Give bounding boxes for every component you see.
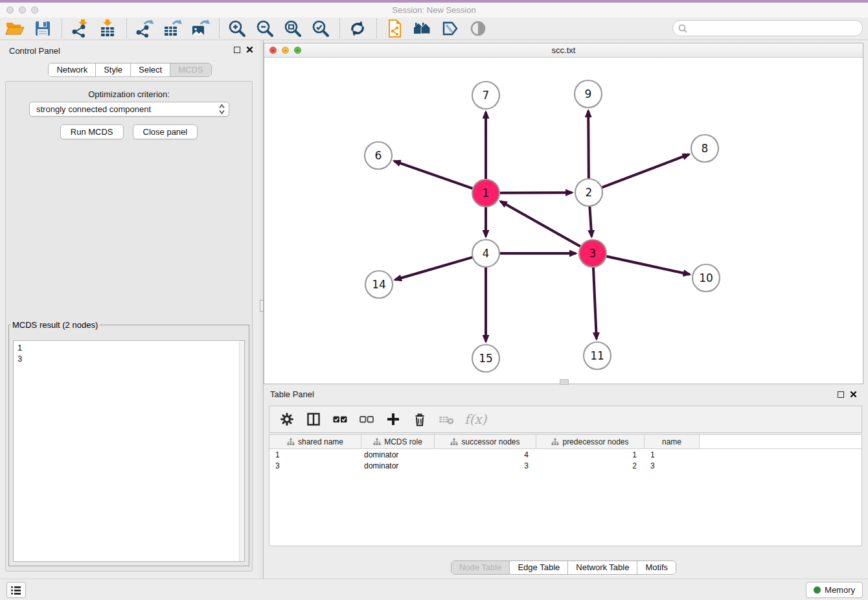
mcds-result-textarea[interactable]: 1 3 <box>13 340 245 562</box>
select-all-button[interactable] <box>332 411 348 428</box>
memory-status-icon <box>814 586 821 594</box>
hide-details-button[interactable] <box>466 18 490 39</box>
columns-icon <box>306 411 321 427</box>
cell-name: 3 <box>645 461 700 470</box>
import-table-button[interactable] <box>96 18 119 39</box>
network-view-window: × − + scc.txt 1234678910111415 <box>264 43 863 384</box>
cell-successor-nodes: 3 <box>435 461 536 470</box>
table-header-row: shared name MCDS role successor nodes pr… <box>269 435 862 449</box>
node-label: 3 <box>589 247 597 260</box>
tab-network-table[interactable]: Network Table <box>567 561 637 574</box>
import-network-button[interactable] <box>68 18 91 39</box>
column-type-icon <box>373 438 381 446</box>
toolbar-separator <box>219 19 220 38</box>
edge-4-14[interactable] <box>395 257 474 280</box>
create-column-button[interactable] <box>385 411 402 428</box>
memory-button[interactable]: Memory <box>806 582 863 598</box>
tab-network[interactable]: Network <box>49 63 95 76</box>
node-label: 4 <box>483 247 490 260</box>
show-columns-button[interactable] <box>305 411 322 428</box>
tab-style[interactable]: Style <box>95 63 130 76</box>
column-header-predecessor-nodes[interactable]: predecessor nodes <box>536 435 645 448</box>
close-panel-icon[interactable] <box>850 391 857 398</box>
float-panel-icon[interactable] <box>234 47 240 53</box>
export-network-button[interactable] <box>133 18 156 39</box>
save-session-button[interactable] <box>31 18 54 39</box>
node-label: 11 <box>590 349 604 362</box>
column-label: predecessor nodes <box>562 437 628 446</box>
export-image-button[interactable] <box>188 18 212 39</box>
tab-node-table[interactable]: Node Table <box>451 561 510 574</box>
result-scrollbar[interactable] <box>239 341 244 561</box>
optimization-criterion-label: Optimization criterion: <box>6 89 252 99</box>
network-graph[interactable]: 1234678910111415 <box>264 58 863 384</box>
search-icon <box>678 23 688 34</box>
table-settings-button[interactable] <box>279 411 295 428</box>
edge-1-6[interactable] <box>394 161 474 189</box>
import-network-icon <box>70 19 89 38</box>
node-label: 14 <box>372 278 386 291</box>
delete-table-button[interactable] <box>438 411 455 428</box>
horizontal-splitter-grip[interactable] <box>560 379 569 385</box>
delete-column-button[interactable] <box>411 411 428 428</box>
network-window-titlebar[interactable]: × − + scc.txt <box>264 43 863 58</box>
home-button[interactable] <box>411 18 434 39</box>
toolbar-separator <box>376 19 377 38</box>
network-file-icon <box>385 19 404 38</box>
edge-2-3[interactable] <box>589 205 591 237</box>
column-type-icon <box>450 438 458 446</box>
cell-mcds-role: dominator <box>361 461 435 470</box>
function-builder-button[interactable]: f(x) <box>464 411 486 428</box>
trash-icon <box>412 411 428 427</box>
column-header-mcds-role[interactable]: MCDS role <box>361 435 435 448</box>
close-panel-icon[interactable] <box>246 46 253 53</box>
deselect-all-button[interactable] <box>358 411 375 428</box>
column-header-successor-nodes[interactable]: successor nodes <box>435 435 536 448</box>
cell-successor-nodes: 4 <box>435 450 536 459</box>
run-mcds-button[interactable]: Run MCDS <box>60 124 124 139</box>
edge-2-8[interactable] <box>601 154 689 188</box>
label-button[interactable] <box>439 18 462 39</box>
task-history-button[interactable] <box>6 582 26 598</box>
export-table-button[interactable] <box>161 18 184 39</box>
float-panel-icon[interactable] <box>838 391 844 398</box>
zoom-fit-button[interactable] <box>281 18 304 39</box>
table-tabbar: Node Table Edge Table Network Table Moti… <box>451 560 676 575</box>
app-titlebar: Session: New Session <box>0 3 868 17</box>
edge-3-11[interactable] <box>593 266 597 339</box>
table-row[interactable]: 1 dominator 4 1 1 <box>269 449 862 460</box>
column-header-shared-name[interactable]: shared name <box>269 435 361 448</box>
list-icon <box>10 585 22 595</box>
apply-layout-button[interactable] <box>346 18 369 39</box>
open-session-button[interactable] <box>3 18 27 39</box>
tab-mcds[interactable]: MCDS <box>170 63 211 76</box>
edge-3-10[interactable] <box>606 256 690 274</box>
app-title: Session: New Session <box>0 5 868 15</box>
edge-3-1[interactable] <box>501 202 582 247</box>
cell-mcds-role: dominator <box>361 450 435 459</box>
tab-motifs[interactable]: Motifs <box>637 561 676 574</box>
import-table-icon <box>98 19 117 38</box>
tab-edge-table[interactable]: Edge Table <box>509 561 567 574</box>
zoom-out-button[interactable] <box>253 18 277 39</box>
criterion-select[interactable]: strongly connected component <box>29 102 229 117</box>
criterion-value: strongly connected component <box>36 104 219 114</box>
node-label: 1 <box>483 187 490 200</box>
table-panel: Table Panel f(x) shared name MCDS role s… <box>264 387 863 577</box>
zoom-selected-button[interactable] <box>309 18 332 39</box>
zoom-selected-icon <box>311 19 330 38</box>
edge-1-2[interactable] <box>499 192 572 193</box>
export-web-page-button[interactable] <box>383 18 406 39</box>
column-label: name <box>662 437 681 446</box>
delete-table-icon <box>439 411 454 427</box>
column-header-name[interactable]: name <box>645 435 700 448</box>
table-row[interactable]: 3 dominator 3 2 3 <box>269 460 862 471</box>
mcds-panel: Optimization criterion: strongly connect… <box>5 81 253 571</box>
export-table-icon <box>163 19 182 38</box>
zoom-in-button[interactable] <box>225 18 249 39</box>
close-panel-button[interactable]: Close panel <box>133 124 198 139</box>
edge-2-9[interactable] <box>588 111 589 179</box>
tab-select[interactable]: Select <box>130 63 170 76</box>
cell-predecessor-nodes: 2 <box>536 461 645 470</box>
search-field[interactable] <box>672 20 863 36</box>
